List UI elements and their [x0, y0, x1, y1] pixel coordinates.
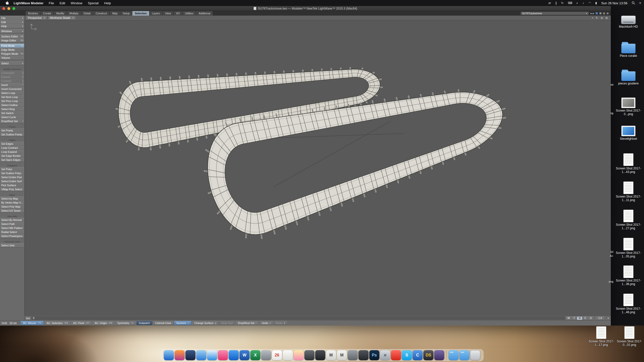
menu-window[interactable]: Window [68, 1, 85, 5]
viewport-layout-icon[interactable]: ⊞ [603, 12, 605, 15]
sidebar-item-select-by-map[interactable]: Select by Map [0, 197, 24, 201]
sidebar-item-edit[interactable]: Edit▾ [0, 20, 24, 24]
toolbar-button-ac-origin[interactable]: AC: Origin+F8 [92, 321, 114, 325]
sidebar-item-sel-open-edges[interactable]: Sel Open Edges [0, 158, 24, 162]
sidebar-item-select-by-normal[interactable]: Select By Normal [0, 218, 24, 222]
dock-word-icon[interactable]: W [239, 350, 250, 360]
sidebar-item-select-loop[interactable]: Select Loop [0, 91, 24, 95]
desktop-icon-piece-coralie[interactable]: Piece coralie [614, 42, 643, 58]
sidebar-item-select-uv-seam[interactable]: Select UV Seam [0, 209, 24, 213]
dock-itunes-icon[interactable] [218, 350, 228, 360]
desktop-icon-screen-shot-2017-1-27-png[interactable]: Screen Shot 2017-1...27.png [614, 210, 643, 230]
sidebar-item-sel-polys[interactable]: Sel Polys [0, 167, 24, 171]
toolbar-button-undo[interactable]: Undoz [259, 321, 273, 325]
vmap-button-w[interactable]: W [566, 316, 571, 320]
desktop-icon-screen-shot-2017-0-png[interactable]: Screen Shot 2017-0...png [614, 98, 643, 116]
sidebar-item-sel-next-loop[interactable]: Sel Next Loop [0, 95, 24, 99]
toolbar-button-symmetry[interactable]: Symmetry+Y [115, 321, 136, 325]
dock-daz-studio-icon[interactable]: DS [423, 350, 433, 360]
view-mode-dropdown[interactable]: Perspective ▾ [26, 16, 47, 20]
tab-additional[interactable]: Additional [196, 11, 213, 16]
toolbar-button-subpatch[interactable]: Subpatch [137, 321, 152, 325]
toolbar-button-change-surface[interactable]: Change Surfaceq [192, 321, 218, 325]
dock-firefox-icon[interactable] [175, 350, 185, 360]
maximize-view-icon[interactable]: ⊞ [606, 17, 608, 19]
dock-folder-documents-icon[interactable] [459, 350, 469, 360]
display-icon[interactable]: ◐ [577, 2, 578, 5]
foreground-layer-chip[interactable] [595, 12, 598, 15]
vmap-range-button[interactable]: 1-9 [596, 316, 604, 320]
tab-utilities[interactable]: Utilities [182, 11, 196, 16]
parallels-icon[interactable]: ∥ [555, 2, 557, 5]
dock-folder-downloads-icon[interactable] [449, 350, 459, 360]
vmap-button-m[interactable]: M [577, 316, 582, 320]
sidebar-item-sel-outline-points[interactable]: Sel Outline Points [0, 132, 24, 137]
zoom-view-icon[interactable]: ⊕ [601, 17, 603, 19]
sidebar-item-pick-surface[interactable]: Pick Surface [0, 183, 24, 187]
toolbar-button-catmull-clark[interactable]: Catmull-Clark [153, 321, 174, 325]
dock-mamp-pro-icon[interactable]: M [337, 350, 347, 360]
sidebar-item-select[interactable]: Select▾ [0, 61, 24, 65]
sidebar-item-select-path[interactable]: Select Path [0, 222, 24, 226]
desktop-icon-stevelightset[interactable]: Stevelightset [614, 126, 643, 141]
wifi-icon[interactable]: ◠ [588, 2, 591, 5]
window-titlebar[interactable]: SU76Tracksmove.lwo — Modeler™ NewTek Lig… [0, 6, 611, 11]
tab-construct[interactable]: Construct [93, 11, 110, 16]
rotate-view-icon[interactable]: ↻ [596, 17, 598, 19]
menu-file[interactable]: File [46, 1, 57, 5]
menubar-clock[interactable]: Sun 26 Nov 13:56 [601, 1, 627, 5]
volume-icon[interactable]: ♪ [583, 2, 584, 5]
dock-textedit-icon[interactable] [283, 350, 293, 360]
tab-view[interactable]: View [163, 11, 174, 16]
tab-setup[interactable]: Setup [120, 11, 132, 16]
sidebar-item-invert-connected[interactable]: Invert Connected [0, 87, 24, 91]
pan-view-icon[interactable]: ⌖ [592, 17, 593, 19]
dock-photoshop-icon[interactable]: Ps [369, 350, 379, 360]
sidebar-item-help[interactable]: Help▾ [0, 24, 24, 28]
viewport-3d[interactable] [25, 20, 611, 316]
tab-detail[interactable]: Detail [81, 11, 93, 16]
dock-mamp-icon[interactable]: M [326, 350, 336, 360]
menu-special[interactable]: Special [85, 1, 101, 5]
battery-icon[interactable]: ▮ [595, 2, 597, 5]
tab-multiply[interactable]: Multiply [67, 11, 81, 16]
sidebar-item-select-nth-pattern[interactable]: Select Nth Pattern [0, 226, 24, 230]
desktop-icon-screen-shot-2017-1-11-png[interactable]: Screen Shot 2017-1...11.png [614, 182, 643, 202]
vmap-button-c[interactable]: C [583, 316, 588, 320]
desktop-icon-pieces-goutiere[interactable]: pieces goutiere [614, 69, 643, 85]
toolbar-button-ac-mouse[interactable]: AC: Mouse+F5 [21, 321, 44, 325]
sidebar-item-select-ring[interactable]: Select Ring [0, 107, 24, 111]
tab-create[interactable]: Create [41, 11, 54, 16]
grid-size-value[interactable]: 10 cm [10, 322, 17, 325]
toolbar-button-numeric[interactable]: Numericn [174, 321, 191, 325]
vmap-button-s[interactable]: S [588, 316, 593, 320]
desktop-icon-screen-shot-2017-1-05-png[interactable]: Screen Shot 2017-1...05.png [614, 238, 643, 258]
dock-excel-icon[interactable]: X [250, 350, 260, 360]
sidebar-item-sel-points[interactable]: Sel Points [0, 128, 24, 132]
sidebar-item-select-poly-map[interactable]: Select Poly Map [0, 205, 24, 209]
dock-calendar-icon[interactable]: 26 [272, 350, 282, 360]
sidebar-item-select-cycle[interactable]: Select Cycle [0, 115, 24, 119]
tab-layers[interactable]: Layers [149, 11, 163, 16]
sidebar-item-select-outline[interactable]: Select Outline [0, 103, 24, 107]
sidebar-item-polygon-mode[interactable]: Polygon Mode^H [0, 52, 24, 56]
notification-center-icon[interactable]: ≡ [639, 2, 641, 5]
sidebar-item-image-editor[interactable]: Image EditorF6 [0, 38, 24, 42]
object-selector-dropdown[interactable]: SU76Tracksmove ▾ [520, 12, 589, 15]
sidebar-item-file[interactable]: File▾ [0, 16, 24, 20]
vmap-button-t[interactable]: T [572, 316, 577, 320]
tab-brushes[interactable]: Brushes [26, 11, 41, 16]
apple-menu-icon[interactable] [3, 1, 11, 5]
dock-safari-icon[interactable] [207, 350, 217, 360]
magnify-icon[interactable]: ⊕ [607, 12, 609, 15]
desktop-icon-screen-shot-2017-1-43-png[interactable]: Screen Shot 2017-1...43.png [614, 153, 643, 174]
dock-cinema4d-icon[interactable]: C [413, 350, 423, 360]
sidebar-item-loop-contract[interactable]: Loop Contract [0, 146, 24, 150]
dock-finder-icon[interactable] [164, 350, 174, 360]
sidebar-item-sel-switch[interactable]: Sel Switch [0, 111, 24, 115]
toolbar-button-ac-selection[interactable]: AC: Selection+F6 [44, 321, 70, 325]
dock-terminal-icon[interactable] [315, 350, 325, 360]
tab-selection[interactable]: Selection [132, 11, 149, 16]
spotlight-icon[interactable] [632, 1, 635, 5]
dock-trash-icon[interactable] [470, 350, 480, 360]
